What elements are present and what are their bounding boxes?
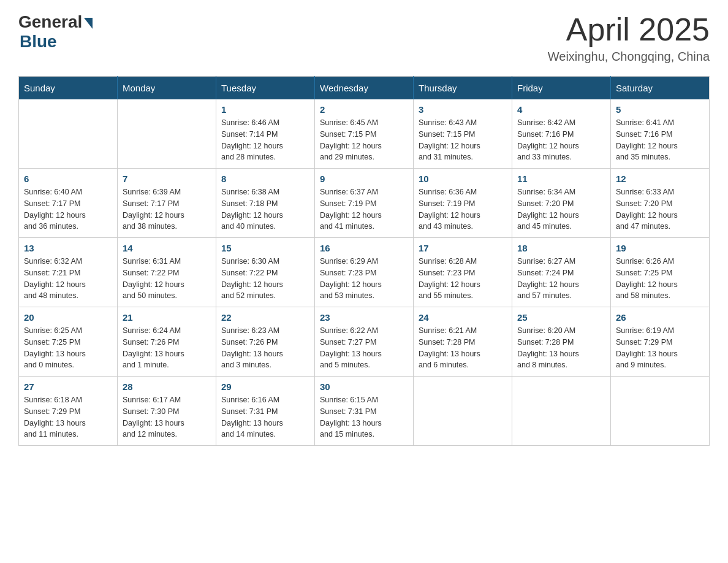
- day-info: Sunrise: 6:34 AM Sunset: 7:20 PM Dayligh…: [517, 186, 605, 232]
- day-number: 12: [616, 174, 704, 184]
- day-info: Sunrise: 6:23 AM Sunset: 7:26 PM Dayligh…: [221, 325, 309, 371]
- title-block: April 2025 Weixinghu, Chongqing, China: [548, 12, 710, 64]
- calendar-cell: 25Sunrise: 6:20 AM Sunset: 7:28 PM Dayli…: [512, 307, 611, 377]
- calendar-cell: 3Sunrise: 6:43 AM Sunset: 7:15 PM Daylig…: [414, 99, 512, 169]
- day-info: Sunrise: 6:16 AM Sunset: 7:31 PM Dayligh…: [221, 394, 309, 440]
- location-text: Weixinghu, Chongqing, China: [548, 50, 710, 64]
- calendar-cell: 11Sunrise: 6:34 AM Sunset: 7:20 PM Dayli…: [512, 169, 611, 238]
- day-number: 8: [221, 174, 309, 184]
- day-number: 17: [419, 243, 507, 253]
- day-number: 30: [320, 381, 408, 392]
- logo-general-text: General: [18, 12, 82, 32]
- calendar-cell: 12Sunrise: 6:33 AM Sunset: 7:20 PM Dayli…: [611, 169, 710, 238]
- day-number: 22: [221, 312, 309, 323]
- weekday-header-wednesday: Wednesday: [315, 77, 414, 100]
- day-number: 16: [320, 243, 408, 253]
- calendar-cell: [19, 99, 118, 169]
- day-info: Sunrise: 6:32 AM Sunset: 7:21 PM Dayligh…: [24, 256, 112, 302]
- calendar-cell: 27Sunrise: 6:18 AM Sunset: 7:29 PM Dayli…: [19, 377, 118, 446]
- day-number: 14: [123, 243, 211, 253]
- day-info: Sunrise: 6:46 AM Sunset: 7:14 PM Dayligh…: [221, 117, 309, 163]
- day-info: Sunrise: 6:41 AM Sunset: 7:16 PM Dayligh…: [616, 117, 704, 163]
- day-number: 27: [24, 381, 112, 392]
- day-number: 24: [419, 312, 507, 323]
- day-info: Sunrise: 6:27 AM Sunset: 7:24 PM Dayligh…: [517, 256, 605, 302]
- day-number: 28: [123, 381, 211, 392]
- day-info: Sunrise: 6:36 AM Sunset: 7:19 PM Dayligh…: [419, 186, 507, 232]
- day-number: 19: [616, 243, 704, 253]
- day-number: 11: [517, 174, 605, 184]
- day-info: Sunrise: 6:45 AM Sunset: 7:15 PM Dayligh…: [320, 117, 408, 163]
- day-info: Sunrise: 6:25 AM Sunset: 7:25 PM Dayligh…: [24, 325, 112, 371]
- logo-arrow-icon: [84, 18, 93, 29]
- calendar-cell: 21Sunrise: 6:24 AM Sunset: 7:26 PM Dayli…: [118, 307, 216, 377]
- week-row-5: 27Sunrise: 6:18 AM Sunset: 7:29 PM Dayli…: [19, 377, 710, 446]
- day-number: 15: [221, 243, 309, 253]
- day-number: 7: [123, 174, 211, 184]
- calendar-cell: 20Sunrise: 6:25 AM Sunset: 7:25 PM Dayli…: [19, 307, 118, 377]
- month-title: April 2025: [548, 12, 710, 47]
- day-number: 10: [419, 174, 507, 184]
- weekday-header-friday: Friday: [512, 77, 611, 100]
- calendar-cell: 4Sunrise: 6:42 AM Sunset: 7:16 PM Daylig…: [512, 99, 611, 169]
- calendar-cell: 16Sunrise: 6:29 AM Sunset: 7:23 PM Dayli…: [315, 238, 414, 307]
- weekday-header-monday: Monday: [118, 77, 216, 100]
- day-number: 26: [616, 312, 704, 323]
- day-info: Sunrise: 6:42 AM Sunset: 7:16 PM Dayligh…: [517, 117, 605, 163]
- weekday-header-thursday: Thursday: [414, 77, 512, 100]
- weekday-header-sunday: Sunday: [19, 77, 118, 100]
- calendar-cell: 30Sunrise: 6:15 AM Sunset: 7:31 PM Dayli…: [315, 377, 414, 446]
- calendar-cell: 8Sunrise: 6:38 AM Sunset: 7:18 PM Daylig…: [216, 169, 315, 238]
- day-number: 6: [24, 174, 112, 184]
- calendar-cell: 22Sunrise: 6:23 AM Sunset: 7:26 PM Dayli…: [216, 307, 315, 377]
- day-number: 4: [517, 104, 605, 115]
- calendar-cell: 7Sunrise: 6:39 AM Sunset: 7:17 PM Daylig…: [118, 169, 216, 238]
- weekday-header-tuesday: Tuesday: [216, 77, 315, 100]
- calendar-cell: 10Sunrise: 6:36 AM Sunset: 7:19 PM Dayli…: [414, 169, 512, 238]
- day-info: Sunrise: 6:40 AM Sunset: 7:17 PM Dayligh…: [24, 186, 112, 232]
- day-number: 9: [320, 174, 408, 184]
- day-info: Sunrise: 6:22 AM Sunset: 7:27 PM Dayligh…: [320, 325, 408, 371]
- calendar-cell: 23Sunrise: 6:22 AM Sunset: 7:27 PM Dayli…: [315, 307, 414, 377]
- day-number: 2: [320, 104, 408, 115]
- calendar-cell: [512, 377, 611, 446]
- calendar-cell: 26Sunrise: 6:19 AM Sunset: 7:29 PM Dayli…: [611, 307, 710, 377]
- calendar-cell: 18Sunrise: 6:27 AM Sunset: 7:24 PM Dayli…: [512, 238, 611, 307]
- day-info: Sunrise: 6:33 AM Sunset: 7:20 PM Dayligh…: [616, 186, 704, 232]
- calendar-cell: 5Sunrise: 6:41 AM Sunset: 7:16 PM Daylig…: [611, 99, 710, 169]
- weekday-header-row: SundayMondayTuesdayWednesdayThursdayFrid…: [19, 77, 710, 100]
- day-info: Sunrise: 6:29 AM Sunset: 7:23 PM Dayligh…: [320, 256, 408, 302]
- day-info: Sunrise: 6:19 AM Sunset: 7:29 PM Dayligh…: [616, 325, 704, 371]
- calendar-cell: 17Sunrise: 6:28 AM Sunset: 7:23 PM Dayli…: [414, 238, 512, 307]
- day-info: Sunrise: 6:31 AM Sunset: 7:22 PM Dayligh…: [123, 256, 211, 302]
- logo: General Blue: [18, 12, 93, 52]
- week-row-4: 20Sunrise: 6:25 AM Sunset: 7:25 PM Dayli…: [19, 307, 710, 377]
- page-header: General Blue April 2025 Weixinghu, Chong…: [18, 12, 710, 64]
- day-info: Sunrise: 6:43 AM Sunset: 7:15 PM Dayligh…: [419, 117, 507, 163]
- calendar-cell: [118, 99, 216, 169]
- calendar-cell: 1Sunrise: 6:46 AM Sunset: 7:14 PM Daylig…: [216, 99, 315, 169]
- week-row-1: 1Sunrise: 6:46 AM Sunset: 7:14 PM Daylig…: [19, 99, 710, 169]
- calendar-cell: 24Sunrise: 6:21 AM Sunset: 7:28 PM Dayli…: [414, 307, 512, 377]
- calendar-table: SundayMondayTuesdayWednesdayThursdayFrid…: [18, 76, 710, 446]
- calendar-cell: 9Sunrise: 6:37 AM Sunset: 7:19 PM Daylig…: [315, 169, 414, 238]
- logo-blue-text: Blue: [20, 32, 57, 52]
- weekday-header-saturday: Saturday: [611, 77, 710, 100]
- day-number: 29: [221, 381, 309, 392]
- day-info: Sunrise: 6:38 AM Sunset: 7:18 PM Dayligh…: [221, 186, 309, 232]
- day-info: Sunrise: 6:15 AM Sunset: 7:31 PM Dayligh…: [320, 394, 408, 440]
- calendar-cell: 29Sunrise: 6:16 AM Sunset: 7:31 PM Dayli…: [216, 377, 315, 446]
- day-number: 1: [221, 104, 309, 115]
- day-number: 23: [320, 312, 408, 323]
- week-row-2: 6Sunrise: 6:40 AM Sunset: 7:17 PM Daylig…: [19, 169, 710, 238]
- day-number: 18: [517, 243, 605, 253]
- week-row-3: 13Sunrise: 6:32 AM Sunset: 7:21 PM Dayli…: [19, 238, 710, 307]
- calendar-cell: 13Sunrise: 6:32 AM Sunset: 7:21 PM Dayli…: [19, 238, 118, 307]
- calendar-cell: 2Sunrise: 6:45 AM Sunset: 7:15 PM Daylig…: [315, 99, 414, 169]
- day-info: Sunrise: 6:17 AM Sunset: 7:30 PM Dayligh…: [123, 394, 211, 440]
- day-number: 20: [24, 312, 112, 323]
- day-info: Sunrise: 6:20 AM Sunset: 7:28 PM Dayligh…: [517, 325, 605, 371]
- day-info: Sunrise: 6:21 AM Sunset: 7:28 PM Dayligh…: [419, 325, 507, 371]
- day-info: Sunrise: 6:28 AM Sunset: 7:23 PM Dayligh…: [419, 256, 507, 302]
- day-info: Sunrise: 6:30 AM Sunset: 7:22 PM Dayligh…: [221, 256, 309, 302]
